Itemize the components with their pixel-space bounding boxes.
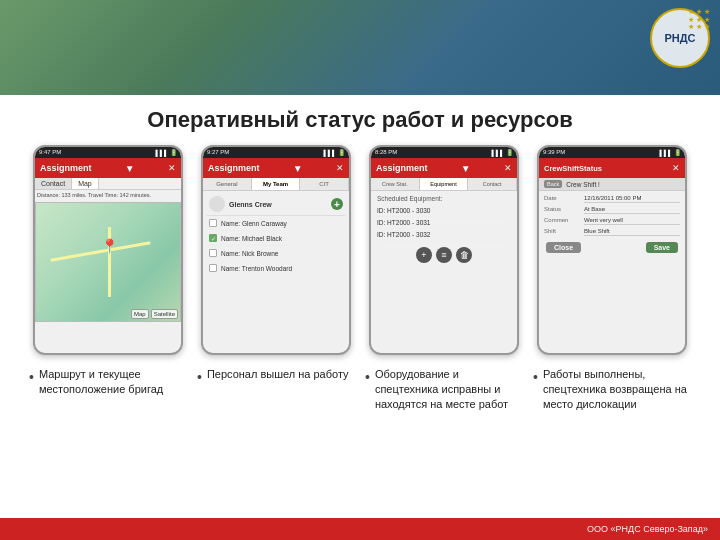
- phone1-nav-tabs: Contact Map: [35, 178, 181, 190]
- crew-member-4: Name: Trenton Woodard: [207, 261, 345, 276]
- crew-member-3: Name: Nick Browne: [207, 246, 345, 261]
- phone4-form: Date 12/16/2011 05:00 PM Status At Base …: [539, 191, 685, 257]
- phone-screen-1: 9:47 PM ▌▌▌ 🔋 Assignment ▼ ✕ Contact Map…: [33, 145, 183, 355]
- phone3-tab-crew[interactable]: Crew Stat.: [371, 178, 420, 190]
- phone2-crew-list: Glenns Crew + Name: Glenn Caraway ✓ Name…: [203, 191, 349, 278]
- equip-section-title: Scheduled Equipment:: [377, 195, 511, 202]
- crew-list-header: Glenns Crew +: [207, 193, 345, 216]
- logo-text: РНДС: [664, 32, 695, 44]
- phone3-header[interactable]: Assignment ▼ ✕: [371, 158, 517, 178]
- footer-bar: ООО «РНДС Северо-Запад»: [0, 518, 720, 540]
- css-row-1: Date 12/16/2011 05:00 PM: [544, 195, 680, 203]
- phone1-tab-contact[interactable]: Contact: [35, 178, 72, 189]
- desc-item-1: • Маршрут и текущее местоположение брига…: [29, 367, 187, 412]
- phone3-close[interactable]: ✕: [504, 163, 512, 173]
- crew-name-1: Name: Glenn Caraway: [221, 220, 287, 227]
- css-label-4: Shift: [544, 228, 584, 234]
- css-value-4: Blue Shift: [584, 228, 680, 236]
- footer-company: ООО «РНДС Северо-Запад»: [587, 524, 708, 534]
- phone3-tab-equip[interactable]: Equipment: [420, 178, 469, 190]
- phone-container-1: 9:47 PM ▌▌▌ 🔋 Assignment ▼ ✕ Contact Map…: [29, 145, 187, 355]
- css-row-2: Status At Base: [544, 206, 680, 214]
- desc-bullet-2: •: [197, 368, 202, 387]
- phone4-title: CrewShiftStatus: [544, 164, 602, 173]
- crew-check-3[interactable]: [209, 249, 217, 257]
- phone-container-4: 9:39 PM ▌▌▌ 🔋 CrewShiftStatus ✕ Back Cre…: [533, 145, 691, 355]
- crew-name-2: Name: Michael Black: [221, 235, 282, 242]
- phone1-distance: Distance: 133 miles. Travel Time: 142 mi…: [35, 192, 181, 198]
- phone4-back-btn[interactable]: Back: [544, 180, 562, 188]
- equip-item-2: ID: HT2000 - 3031: [377, 217, 511, 229]
- crew-check-2[interactable]: ✓: [209, 234, 217, 242]
- phone2-tabs: General My Team CIT: [203, 178, 349, 191]
- crew-check-4[interactable]: [209, 264, 217, 272]
- map-ctrl-satellite[interactable]: Satellite: [151, 309, 178, 319]
- crew-name-3: Name: Nick Browne: [221, 250, 278, 257]
- crew-member-1: Name: Glenn Caraway: [207, 216, 345, 231]
- crew-check-1[interactable]: [209, 219, 217, 227]
- desc-item-2: • Персонал вышел на работу: [197, 367, 355, 412]
- css-close-button[interactable]: Close: [546, 242, 581, 253]
- phone4-status-bar: 9:39 PM ▌▌▌ 🔋: [539, 147, 685, 158]
- map-road-v: [108, 227, 111, 298]
- phone1-title: Assignment: [40, 163, 92, 173]
- phone-container-3: 8:28 PM ▌▌▌ 🔋 Assignment ▼ ✕ Crew Stat. …: [365, 145, 523, 355]
- map-ctrl-map[interactable]: Map: [131, 309, 149, 319]
- equip-item-3: ID: HT2000 - 3032: [377, 229, 511, 241]
- phone-screen-3: 8:28 PM ▌▌▌ 🔋 Assignment ▼ ✕ Crew Stat. …: [369, 145, 519, 355]
- phone3-equip-list: Scheduled Equipment: ID: HT2000 - 3030 I…: [371, 191, 517, 267]
- phone2-header[interactable]: Assignment ▼ ✕: [203, 158, 349, 178]
- equip-add-btn[interactable]: +: [416, 247, 432, 263]
- map-pin: 📍: [101, 238, 118, 254]
- phone1-header[interactable]: Assignment ▼ ✕: [35, 158, 181, 178]
- phone2-close[interactable]: ✕: [336, 163, 344, 173]
- desc-item-3: • Оборудование и спецтехника исправны и …: [365, 367, 523, 412]
- phone4-sub-header: Back Crew Shift !: [539, 178, 685, 191]
- map-controls: Map Satellite: [131, 309, 178, 319]
- phone4-header[interactable]: CrewShiftStatus ✕: [539, 158, 685, 178]
- phone2-arrow: ▼: [293, 163, 303, 174]
- phone1-close[interactable]: ✕: [168, 163, 176, 173]
- equip-list-btn[interactable]: ≡: [436, 247, 452, 263]
- equip-buttons-row: + ≡ 🗑: [377, 247, 511, 263]
- page-title: Оперативный статус работ и ресурсов: [0, 95, 720, 143]
- phone3-tabs: Crew Stat. Equipment Contact: [371, 178, 517, 191]
- desc-bullet-4: •: [533, 368, 538, 387]
- phone2-tab-myteam[interactable]: My Team: [252, 178, 301, 190]
- css-buttons-row: Close Save: [544, 242, 680, 253]
- logo-circle: ★ ★ ★★ ★ ★★ ★ ★ РНДС: [650, 8, 710, 68]
- desc-bullet-1: •: [29, 368, 34, 387]
- phone2-tab-general[interactable]: General: [203, 178, 252, 190]
- equip-item-1: ID: HT2000 - 3030: [377, 205, 511, 217]
- phone1-arrow: ▼: [125, 163, 135, 174]
- desc-text-3: Оборудование и спецтехника исправны и на…: [375, 367, 523, 412]
- phone2-tab-cit[interactable]: CIT: [300, 178, 349, 190]
- phone2-title: Assignment: [208, 163, 260, 173]
- phone3-title: Assignment: [376, 163, 428, 173]
- crew-icon: [209, 196, 225, 212]
- css-label-2: Status: [544, 206, 584, 212]
- css-save-button[interactable]: Save: [646, 242, 678, 253]
- phone4-close[interactable]: ✕: [672, 163, 680, 173]
- phone1-tab-map[interactable]: Map: [72, 178, 99, 189]
- phone3-status-bar: 8:28 PM ▌▌▌ 🔋: [371, 147, 517, 158]
- phone-screen-2: 9:27 PM ▌▌▌ 🔋 Assignment ▼ ✕ General My …: [201, 145, 351, 355]
- crew-add-button[interactable]: +: [331, 198, 343, 210]
- css-value-2: At Base: [584, 206, 680, 214]
- phone4-shift-label: Crew Shift !: [566, 181, 600, 188]
- descriptions-row: • Маршрут и текущее местоположение брига…: [0, 359, 720, 412]
- phone2-status-bar: 9:27 PM ▌▌▌ 🔋: [203, 147, 349, 158]
- phone1-map: 📍 Map Satellite: [35, 202, 181, 322]
- phone3-tab-contact[interactable]: Contact: [468, 178, 517, 190]
- phone3-arrow: ▼: [461, 163, 471, 174]
- logo-stars: ★ ★ ★★ ★ ★★ ★ ★: [688, 8, 710, 31]
- main-content: Оперативный статус работ и ресурсов 9:47…: [0, 95, 720, 540]
- desc-bullet-3: •: [365, 368, 370, 387]
- phone1-status-bar: 9:47 PM ▌▌▌ 🔋: [35, 147, 181, 158]
- phones-row: 9:47 PM ▌▌▌ 🔋 Assignment ▼ ✕ Contact Map…: [0, 145, 720, 355]
- phone-container-2: 9:27 PM ▌▌▌ 🔋 Assignment ▼ ✕ General My …: [197, 145, 355, 355]
- desc-text-2: Персонал вышел на работу: [207, 367, 349, 382]
- equip-delete-btn[interactable]: 🗑: [456, 247, 472, 263]
- css-row-4: Shift Blue Shift: [544, 228, 680, 236]
- logo-area: ★ ★ ★★ ★ ★★ ★ ★ РНДС: [650, 8, 710, 68]
